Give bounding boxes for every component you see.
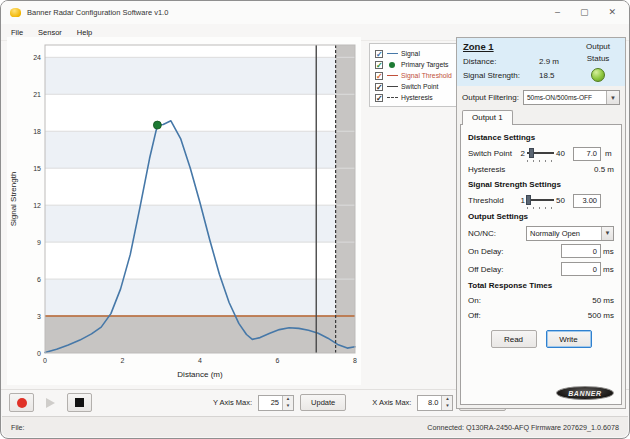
distance-settings-header: Distance Settings [468, 133, 614, 142]
minimize-icon[interactable]: – [555, 8, 560, 17]
signal-strength-label: Signal Strength: [463, 71, 539, 80]
svg-text:3: 3 [37, 313, 41, 320]
legend-label: Hysteresis [401, 94, 433, 101]
zone-status-section: Zone 1 Distance:2.9 m Signal Strength:18… [457, 38, 625, 86]
status-bar: File: Connected: Q130RA-2450-AFQ Firmwar… [2, 416, 628, 437]
threshold-slider[interactable] [527, 195, 554, 207]
spinner-arrows[interactable]: ▲▼ [441, 396, 452, 410]
maximize-icon[interactable]: ▢ [580, 8, 589, 17]
settings-panel: Zone 1 Distance:2.9 m Signal Strength:18… [456, 37, 626, 409]
svg-text:12: 12 [33, 202, 41, 209]
spinner-arrows[interactable]: ▲▼ [282, 396, 293, 410]
hysteresis-label: Hysteresis [468, 165, 505, 174]
up-arrow-icon[interactable]: ▲ [442, 396, 452, 403]
dot-marker-icon [386, 62, 398, 68]
down-arrow-icon[interactable]: ▼ [442, 403, 452, 410]
y-axis-max-label: Y Axis Max: [213, 398, 252, 407]
off-delay-input[interactable]: 0 [561, 262, 601, 276]
signal-strength-settings-header: Signal Strength Settings [468, 180, 614, 189]
output-1-tab-content: Distance Settings Switch Point 2 40 7.0 … [460, 124, 622, 405]
legend-checkbox[interactable]: ✓ [375, 94, 383, 102]
x-axis-max-spinner[interactable]: 8.0 ▲▼ [417, 395, 453, 411]
svg-text:9: 9 [37, 239, 41, 246]
record-icon [17, 398, 27, 408]
svg-text:4: 4 [198, 357, 202, 364]
svg-text:15: 15 [33, 165, 41, 172]
svg-text:21: 21 [33, 91, 41, 98]
total-response-times-header: Total Response Times [468, 281, 614, 290]
y-axis-max-value: 25 [259, 396, 282, 410]
threshold-max: 50 [556, 196, 571, 205]
play-button[interactable] [38, 393, 63, 412]
line-marker-icon [386, 97, 398, 98]
response-on-label: On: [468, 296, 481, 305]
menu-item-sensor[interactable]: Sensor [38, 28, 62, 37]
menu-item-help[interactable]: Help [77, 28, 92, 37]
on-delay-label: On Delay: [468, 247, 561, 256]
output-filtering-select[interactable]: 50ms-ON/500ms-OFF ▼ [523, 90, 620, 105]
write-button[interactable]: Write [546, 330, 592, 348]
threshold-input[interactable]: 3.00 [573, 194, 601, 208]
legend-item: ✓Hysteresis [375, 92, 452, 103]
svg-text:0: 0 [43, 357, 47, 364]
legend-item: ✓Primary Targets [375, 59, 452, 70]
legend-checkbox[interactable]: ✓ [375, 83, 383, 91]
legend-checkbox[interactable]: ✓ [375, 50, 383, 58]
switch-point-min: 2 [517, 149, 525, 158]
legend-checkbox[interactable]: ✓ [375, 72, 383, 80]
svg-text:6: 6 [37, 276, 41, 283]
down-arrow-icon[interactable]: ▼ [283, 403, 293, 410]
legend-checkbox[interactable]: ✓ [375, 61, 383, 69]
output-filtering-row: Output Filtering: 50ms-ON/500ms-OFF ▼ [457, 86, 625, 108]
distance-value: 2.9 m [539, 57, 559, 66]
slider-thumb[interactable] [526, 195, 531, 205]
banner-logo: BANNER [556, 386, 614, 400]
chevron-down-icon[interactable]: ▼ [601, 227, 613, 240]
threshold-min: 1 [517, 196, 525, 205]
window-title: Banner Radar Configuration Software v1.0 [27, 8, 555, 17]
switch-point-input[interactable]: 7.0 [573, 147, 601, 161]
off-delay-label: Off Delay: [468, 265, 561, 274]
svg-text:2: 2 [121, 357, 125, 364]
y-axis-max-spinner[interactable]: 25 ▲▼ [258, 395, 294, 411]
legend-item: ✓Switch Point [375, 81, 452, 92]
menu-item-file[interactable]: File [11, 28, 23, 37]
svg-text:8: 8 [353, 357, 357, 364]
play-icon [46, 398, 55, 408]
chevron-down-icon[interactable]: ▼ [606, 91, 619, 104]
line-marker-icon [386, 53, 398, 54]
signal-strength-value: 18.5 [539, 71, 555, 80]
primary-target-dot [153, 121, 161, 129]
distance-label: Distance: [463, 57, 539, 66]
switch-point-slider[interactable] [527, 148, 554, 160]
output-filtering-label: Output Filtering: [462, 93, 519, 102]
x-axis-label: Distance (m) [177, 370, 223, 379]
switch-point-max: 40 [556, 149, 571, 158]
legend-label: Signal [401, 50, 420, 57]
y-axis-update-button[interactable]: Update [300, 394, 346, 411]
legend-item: ✓Signal Threshold [375, 70, 452, 81]
legend-label: Signal Threshold [401, 72, 452, 79]
tab-output-1[interactable]: Output 1 [462, 110, 513, 125]
up-arrow-icon[interactable]: ▲ [283, 396, 293, 403]
read-button[interactable]: Read [491, 330, 537, 348]
close-icon[interactable]: ✕ [608, 8, 616, 17]
slider-thumb[interactable] [529, 148, 534, 158]
connection-status: Connected: Q130RA-2450-AFQ Firmware 2076… [427, 423, 619, 432]
on-delay-input[interactable]: 0 [561, 244, 601, 258]
banner-logo-text: BANNER [568, 390, 602, 397]
stop-button[interactable] [67, 393, 92, 412]
file-label: File: [11, 423, 25, 432]
hysteresis-value: 0.5 m [594, 165, 614, 174]
title-bar: Banner Radar Configuration Software v1.0… [1, 1, 629, 24]
switch-point-unit: m [603, 149, 616, 158]
legend-item: ✓Signal [375, 48, 452, 59]
no-nc-select[interactable]: Normally Open ▼ [526, 226, 614, 241]
record-button[interactable] [9, 393, 34, 412]
x-axis-max-label: X Axis Max: [372, 398, 411, 407]
threshold-label: Threshold [468, 196, 515, 205]
no-nc-label: NO/NC: [468, 229, 526, 238]
signal-chart: 0369121518212402468Distance (m)Signal St… [7, 37, 361, 385]
response-on-value: 50 ms [592, 296, 614, 305]
app-icon [10, 8, 21, 17]
